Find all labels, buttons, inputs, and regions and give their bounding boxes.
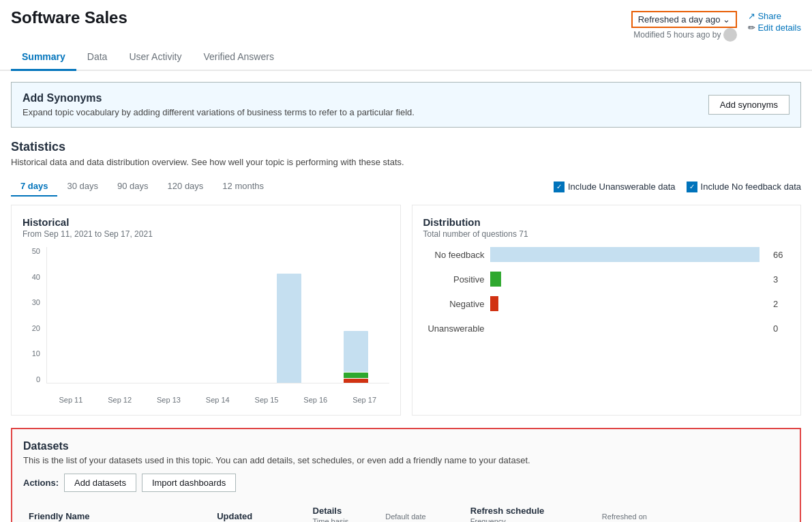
dist-row-unanswerable: Unanswerable 0 bbox=[423, 321, 790, 336]
edit-details-button[interactable]: ✏ Edit details bbox=[748, 23, 801, 33]
time-tab-30days[interactable]: 30 days bbox=[57, 177, 108, 197]
share-button[interactable]: ↗ Share bbox=[748, 11, 781, 21]
time-tab-12months[interactable]: 12 months bbox=[213, 177, 273, 197]
bar-negative-sep17 bbox=[344, 379, 368, 383]
distribution-subtitle: Total number of questions 71 bbox=[423, 229, 790, 239]
statistics-title: Statistics bbox=[11, 140, 801, 154]
dist-count-unanswerable: 0 bbox=[773, 323, 790, 334]
dist-bar-positive bbox=[490, 272, 768, 287]
historical-chart-panel: Historical From Sep 11, 2021 to Sep 17, … bbox=[11, 205, 401, 416]
tab-data[interactable]: Data bbox=[76, 44, 119, 71]
datasets-description: This is the list of your datasets used i… bbox=[23, 455, 789, 465]
dist-count-negative: 2 bbox=[773, 299, 790, 309]
th-default-date: Default date bbox=[380, 502, 465, 522]
add-synonyms-button[interactable]: Add synonyms bbox=[708, 95, 790, 115]
dist-row-positive: Positive 3 bbox=[423, 272, 790, 287]
bar-positive-sep17 bbox=[344, 373, 368, 378]
checkboxes-row: ✓ Include Unanswerable data ✓ Include No… bbox=[554, 182, 801, 192]
time-tab-120days[interactable]: 120 days bbox=[158, 177, 213, 197]
include-unanswerable-checkbox[interactable]: ✓ Include Unanswerable data bbox=[554, 182, 676, 192]
th-refresh-schedule: Refresh schedule Frequency bbox=[465, 502, 597, 522]
include-nofeedback-checkbox[interactable]: ✓ Include No feedback data bbox=[687, 182, 801, 192]
dist-row-nofeedback: No feedback 66 bbox=[423, 247, 790, 262]
dist-count-nofeedback: 66 bbox=[773, 250, 790, 260]
time-tab-7days[interactable]: 7 days bbox=[11, 177, 57, 197]
bar-sep16 bbox=[277, 274, 301, 383]
dist-label-negative: Negative bbox=[423, 299, 485, 309]
synonyms-description: Expand topic vocabulary by adding differ… bbox=[22, 107, 415, 117]
table-header-row: Friendly Name Updated Details Time basis… bbox=[23, 502, 789, 522]
y-axis: 50 40 30 20 10 0 bbox=[22, 247, 43, 383]
nofeedback-checkmark: ✓ bbox=[687, 182, 697, 192]
synonyms-title: Add Synonyms bbox=[22, 92, 415, 104]
statistics-section: Statistics Historical data and data dist… bbox=[11, 140, 801, 167]
tab-summary[interactable]: Summary bbox=[11, 44, 76, 71]
datasets-title: Datasets bbox=[23, 440, 789, 452]
dist-bar-nofeedback bbox=[490, 247, 768, 262]
actions-label: Actions: bbox=[23, 478, 59, 488]
unanswerable-checkmark: ✓ bbox=[554, 182, 565, 192]
datasets-table: Friendly Name Updated Details Time basis… bbox=[23, 502, 789, 522]
bar-nofeedback-sep17 bbox=[344, 331, 368, 372]
unanswerable-label: Include Unanswerable data bbox=[568, 182, 676, 192]
historical-chart: 50 40 30 20 10 0 bbox=[22, 247, 389, 404]
add-datasets-button[interactable]: Add datasets bbox=[64, 474, 136, 492]
modified-text: Modified 5 hours ago by bbox=[633, 28, 737, 42]
tab-verified-answers[interactable]: Verified Answers bbox=[192, 44, 285, 71]
chevron-down-icon: ⌄ bbox=[723, 14, 730, 25]
th-refreshed-on: Refreshed on bbox=[597, 502, 738, 522]
time-tab-90days[interactable]: 90 days bbox=[108, 177, 158, 197]
chart-bars-area bbox=[46, 247, 389, 383]
time-filter-tabs: 7 days 30 days 90 days 120 days 12 month… bbox=[11, 177, 273, 197]
dist-label-nofeedback: No feedback bbox=[423, 250, 485, 260]
user-avatar bbox=[723, 28, 737, 42]
share-icon: ↗ bbox=[748, 11, 755, 21]
nofeedback-label: Include No feedback data bbox=[701, 182, 801, 192]
distribution-title: Distribution bbox=[423, 216, 790, 228]
dist-bar-unanswerable bbox=[490, 321, 768, 336]
page-title: Software Sales bbox=[11, 8, 127, 28]
refresh-badge[interactable]: Refreshed a day ago ⌄ bbox=[631, 11, 738, 28]
statistics-description: Historical data and data distribution ov… bbox=[11, 157, 801, 167]
refresh-label: Refreshed a day ago bbox=[638, 14, 721, 25]
th-details: Details Time basis bbox=[307, 502, 380, 522]
dist-count-positive: 3 bbox=[773, 274, 790, 285]
datasets-section: Datasets This is the list of your datase… bbox=[11, 428, 801, 522]
historical-subtitle: From Sep 11, 2021 to Sep 17, 2021 bbox=[22, 229, 389, 239]
dist-label-positive: Positive bbox=[423, 274, 485, 285]
dist-label-unanswerable: Unanswerable bbox=[423, 323, 485, 334]
synonyms-banner: Add Synonyms Expand topic vocabulary by … bbox=[11, 82, 801, 128]
bar-nofeedback-sep16 bbox=[277, 274, 301, 383]
distribution-chart-panel: Distribution Total number of questions 7… bbox=[412, 205, 802, 416]
th-updated: Updated bbox=[211, 502, 307, 522]
th-friendly-name: Friendly Name bbox=[23, 502, 211, 522]
dist-row-negative: Negative 2 bbox=[423, 296, 790, 311]
pencil-icon: ✏ bbox=[748, 23, 755, 33]
bar-sep17 bbox=[344, 331, 368, 383]
datasets-actions-row: Actions: Add datasets Import dashboards bbox=[23, 474, 789, 492]
historical-title: Historical bbox=[22, 216, 389, 228]
import-dashboards-button[interactable]: Import dashboards bbox=[142, 474, 236, 492]
tab-user-activity[interactable]: User Activity bbox=[118, 44, 192, 71]
x-axis: Sep 11 Sep 12 Sep 13 Sep 14 Sep 15 Sep 1… bbox=[46, 396, 389, 404]
dist-bar-negative bbox=[490, 296, 768, 311]
th-row-actions bbox=[738, 502, 789, 522]
main-tabs: Summary Data User Activity Verified Answ… bbox=[0, 44, 812, 71]
